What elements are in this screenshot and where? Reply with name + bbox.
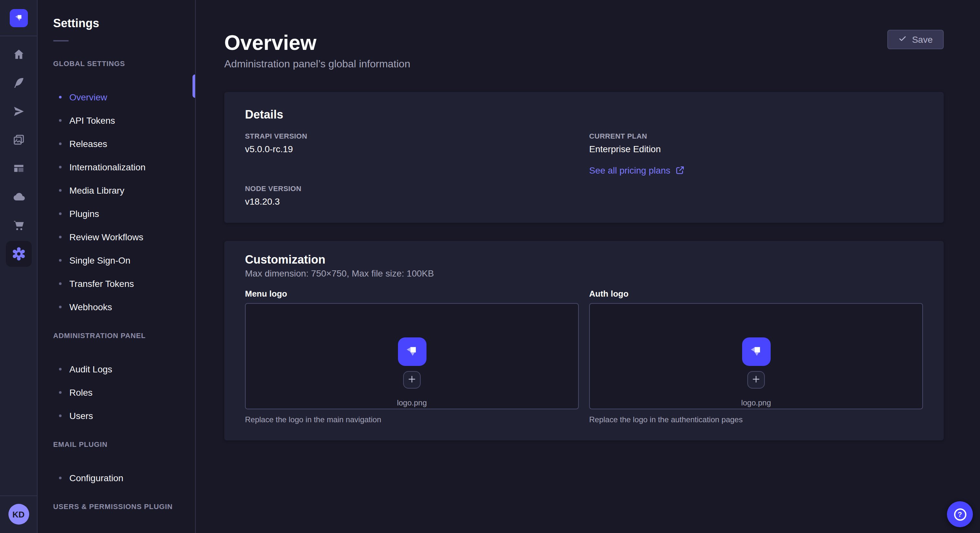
subnav-item-roles[interactable]: Roles xyxy=(38,381,195,404)
bullet-icon xyxy=(59,282,62,285)
main-nav-rail: KD xyxy=(0,0,38,533)
gear-icon[interactable] xyxy=(5,241,32,267)
auth-logo-hint: Replace the logo in the authentication p… xyxy=(589,414,923,425)
subnav-item-up-roles[interactable]: Roles xyxy=(38,528,195,533)
customization-card-title: Customization xyxy=(245,252,923,267)
details-column-right: CURRENT PLAN Enterprise Edition See all … xyxy=(589,132,923,207)
subnav-item-label: Webhooks xyxy=(69,302,112,312)
strapi-version-label: STRAPI VERSION xyxy=(245,132,579,141)
save-button-label: Save xyxy=(912,34,933,45)
subnav-item-configuration[interactable]: Configuration xyxy=(38,466,195,490)
subnav-section-email-plugin: EMAIL PLUGIN Configuration xyxy=(38,433,195,490)
subnav-item-review-workflows[interactable]: Review Workflows xyxy=(38,225,195,249)
paper-plane-icon[interactable] xyxy=(5,98,32,124)
layout-icon[interactable] xyxy=(5,155,32,181)
subnav-item-plugins[interactable]: Plugins xyxy=(38,202,195,225)
pricing-plans-link[interactable]: See all pricing plans xyxy=(589,164,685,177)
menu-logo-filename: logo.png xyxy=(397,398,427,408)
subnav-item-audit-logs[interactable]: Audit Logs xyxy=(38,357,195,381)
cloud-icon[interactable] xyxy=(5,184,32,210)
strapi-logo-icon xyxy=(403,342,421,362)
pricing-plans-link-label: See all pricing plans xyxy=(589,164,670,177)
bullet-icon xyxy=(59,477,62,479)
current-plan-label: CURRENT PLAN xyxy=(589,132,923,141)
subnav-item-users[interactable]: Users xyxy=(38,404,195,427)
customization-card-subtitle: Max dimension: 750×750, Max file size: 1… xyxy=(245,267,923,280)
customization-card: Customization Max dimension: 750×750, Ma… xyxy=(224,241,944,440)
subnav-section-users-permissions: USERS & PERMISSIONS PLUGIN Roles Provide… xyxy=(38,495,195,533)
bullet-icon xyxy=(59,213,62,215)
subnav-item-label: Internationalization xyxy=(69,162,145,172)
bullet-icon xyxy=(59,96,62,98)
images-icon[interactable] xyxy=(5,127,32,153)
details-card-title: Details xyxy=(245,108,923,122)
avatar[interactable]: KD xyxy=(8,504,29,525)
logo-uploads: Menu logo xyxy=(245,289,923,425)
question-mark-icon: ? xyxy=(954,508,966,520)
details-grid: STRAPI VERSION v5.0.0-rc.19 NODE VERSION… xyxy=(245,132,923,207)
auth-logo-dropzone[interactable]: logo.png xyxy=(589,303,923,409)
plus-icon xyxy=(408,374,416,385)
bullet-icon xyxy=(59,189,62,192)
subnav-section-label: ADMINISTRATION PANEL xyxy=(38,324,195,347)
auth-logo-upload: Auth logo xyxy=(589,289,923,425)
subnav-item-label: API Tokens xyxy=(69,115,115,125)
subnav-item-webhooks[interactable]: Webhooks xyxy=(38,295,195,319)
menu-logo-dropzone[interactable]: logo.png xyxy=(245,303,579,409)
bullet-icon xyxy=(59,368,62,370)
subnav-item-overview[interactable]: Overview xyxy=(38,86,195,109)
bullet-icon xyxy=(59,259,62,262)
subnav-divider xyxy=(53,40,69,41)
subnav-item-releases[interactable]: Releases xyxy=(38,132,195,155)
node-version-field: NODE VERSION v18.20.3 xyxy=(245,185,579,207)
subnav-item-label: Plugins xyxy=(69,209,99,219)
subnav-section-label: GLOBAL SETTINGS xyxy=(38,52,195,75)
auth-logo-label: Auth logo xyxy=(589,289,923,299)
subnav-item-api-tokens[interactable]: API Tokens xyxy=(38,109,195,132)
bullet-icon xyxy=(59,143,62,145)
subnav-section-global: GLOBAL SETTINGS Overview API Tokens Rele… xyxy=(38,52,195,319)
menu-logo-hint: Replace the logo in the main navigation xyxy=(245,414,579,425)
add-logo-button[interactable] xyxy=(403,371,421,389)
menu-logo-label: Menu logo xyxy=(245,289,579,299)
rail-logo-section xyxy=(0,0,37,36)
subnav-item-label: Audit Logs xyxy=(69,364,112,374)
subnav-item-internationalization[interactable]: Internationalization xyxy=(38,155,195,179)
subnav-section-label: EMAIL PLUGIN xyxy=(38,433,195,456)
bullet-icon xyxy=(59,236,62,238)
strapi-version-value: v5.0.0-rc.19 xyxy=(245,143,579,155)
subnav-item-label: Releases xyxy=(69,139,107,149)
rail-user-section: KD xyxy=(0,495,37,533)
strapi-version-field: STRAPI VERSION v5.0.0-rc.19 xyxy=(245,132,579,155)
current-plan-field: CURRENT PLAN Enterprise Edition xyxy=(589,132,923,155)
check-icon xyxy=(898,34,907,45)
node-version-value: v18.20.3 xyxy=(245,195,579,207)
subnav-item-single-sign-on[interactable]: Single Sign-On xyxy=(38,249,195,272)
subnav-item-label: Overview xyxy=(69,92,107,102)
main-content: Overview Administration panel’s global i… xyxy=(196,0,980,533)
save-button[interactable]: Save xyxy=(887,30,944,49)
home-icon[interactable] xyxy=(5,41,32,67)
bullet-icon xyxy=(59,166,62,168)
auth-logo-filename: logo.png xyxy=(741,398,771,408)
subnav-item-label: Transfer Tokens xyxy=(69,279,134,289)
subnav-item-label: Review Workflows xyxy=(69,232,143,242)
add-logo-button[interactable] xyxy=(747,371,765,389)
details-card: Details STRAPI VERSION v5.0.0-rc.19 NODE… xyxy=(224,92,944,223)
feather-icon[interactable] xyxy=(5,70,32,96)
bullet-icon xyxy=(59,306,62,308)
subnav-section-admin-panel: ADMINISTRATION PANEL Audit Logs Roles Us… xyxy=(38,324,195,427)
details-column-left: STRAPI VERSION v5.0.0-rc.19 NODE VERSION… xyxy=(245,132,579,207)
strapi-logo-button[interactable] xyxy=(10,9,27,27)
subnav-item-label: Configuration xyxy=(69,473,124,483)
subnav-title: Settings xyxy=(53,16,195,31)
page-subtitle: Administration panel’s global informatio… xyxy=(224,57,410,71)
subnav-item-transfer-tokens[interactable]: Transfer Tokens xyxy=(38,272,195,295)
node-version-label: NODE VERSION xyxy=(245,185,579,193)
menu-logo-preview xyxy=(398,338,426,366)
strapi-logo-icon xyxy=(747,342,765,362)
help-button[interactable]: ? xyxy=(947,501,973,527)
cart-icon[interactable] xyxy=(5,213,32,238)
subnav-item-media-library[interactable]: Media Library xyxy=(38,179,195,202)
current-plan-value: Enterprise Edition xyxy=(589,143,923,155)
